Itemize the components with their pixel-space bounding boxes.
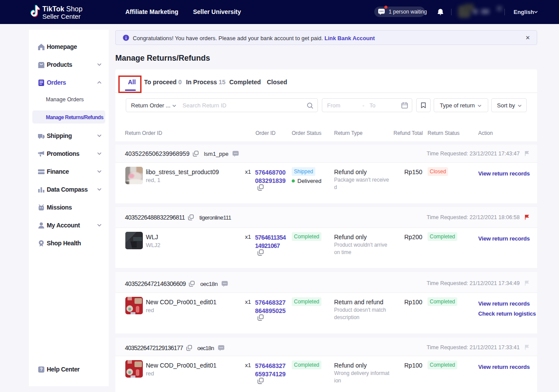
svg-text:?: ? (40, 367, 42, 372)
